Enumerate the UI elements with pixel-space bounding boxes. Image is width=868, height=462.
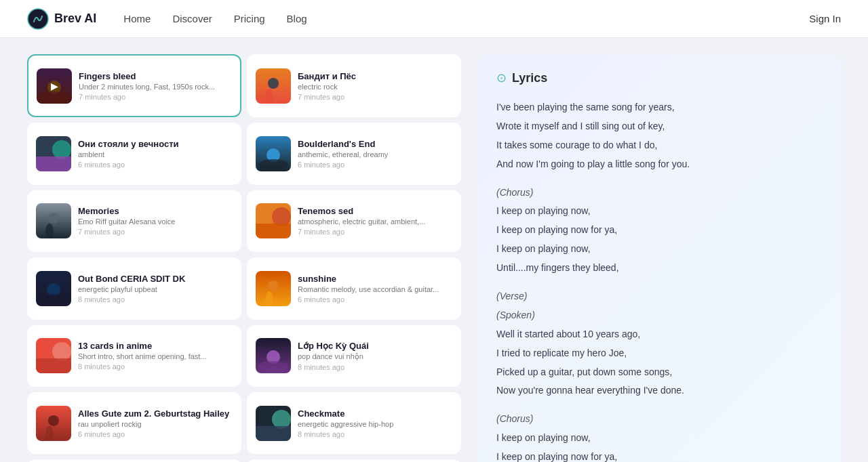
album-art <box>256 203 291 238</box>
lyrics-line: I keep on playing now for ya, <box>496 448 822 462</box>
song-desc: Under 2 minutes long, Fast, 1950s rock..… <box>79 83 232 91</box>
song-card[interactable]: Family Joyhappy, pop, synth7 minutes ago <box>27 459 241 462</box>
lyrics-line: Now you're gonna hear everything I've do… <box>496 382 822 400</box>
song-card[interactable]: Lớp Học Kỳ Quáipop dance vui nhộn8 minut… <box>247 325 461 387</box>
svg-rect-18 <box>256 224 291 238</box>
album-art <box>36 271 71 306</box>
lyrics-label: (Verse) <box>496 288 822 306</box>
nav-links: Home Discover Pricing Blog <box>123 13 809 24</box>
song-title: Lớp Học Kỳ Quái <box>298 341 452 351</box>
song-card[interactable]: Бандит и Пёсelectric rock7 minutes ago <box>247 54 461 117</box>
song-desc: energetic aggressive hip-hop <box>298 420 452 428</box>
album-art <box>36 203 71 238</box>
lyrics-label: (Chorus) <box>496 411 822 428</box>
album-art <box>256 68 291 104</box>
song-list: ▶Fingers bleedUnder 2 minutes long, Fast… <box>27 54 461 462</box>
svg-rect-1 <box>37 68 72 104</box>
song-info: 13 cards in animeShort intro, short anim… <box>78 341 233 371</box>
song-desc: pop dance vui nhộn <box>298 352 452 361</box>
song-title: Checkmate <box>298 408 452 419</box>
svg-point-8 <box>52 140 71 159</box>
song-card[interactable]: Boulderland's Endanthemic, ethereal, dre… <box>247 123 461 184</box>
album-art <box>36 406 71 441</box>
song-info: Checkmateenergetic aggressive hip-hop8 m… <box>298 408 452 438</box>
song-time: 6 minutes ago <box>298 161 452 169</box>
song-time: 7 minutes ago <box>78 228 233 236</box>
svg-point-2 <box>47 81 61 94</box>
nav-discover[interactable]: Discover <box>172 13 212 24</box>
nav-blog[interactable]: Blog <box>287 13 307 24</box>
song-title: Out Bond CERIA SDIT DK <box>78 274 233 284</box>
lyrics-icon: ⊙ <box>496 70 507 85</box>
song-info: Out Bond CERIA SDIT DKenergetic playful … <box>78 274 233 303</box>
song-time: 7 minutes ago <box>298 93 452 101</box>
svg-point-30 <box>258 361 288 372</box>
song-time: 6 minutes ago <box>298 295 452 303</box>
sign-in-button[interactable]: Sign In <box>809 13 841 24</box>
song-info: Fingers bleedUnder 2 minutes long, Fast,… <box>79 71 232 101</box>
lyrics-header: ⊙ Lyrics <box>496 70 822 85</box>
lyrics-line: I've been playing the same song for year… <box>496 99 822 117</box>
album-art <box>256 338 291 373</box>
song-card[interactable]: Checkmateenergetic aggressive hip-hop8 m… <box>247 392 461 454</box>
song-desc: electric rock <box>298 83 452 91</box>
song-card[interactable]: Alles Gute zum 2. Geburtstag Haileyrau u… <box>27 392 241 454</box>
song-title: Boulderland's End <box>298 139 452 149</box>
song-title: Fingers bleed <box>79 71 232 81</box>
svg-point-23 <box>268 280 279 291</box>
svg-point-14 <box>48 213 59 224</box>
song-card[interactable]: Out Bond CERIA SDIT DKenergetic playful … <box>27 257 241 319</box>
lyrics-line: I keep on playing now, <box>496 429 822 447</box>
lyrics-spacer <box>496 175 822 184</box>
song-desc: Romantic melody, use accordian & guitar.… <box>298 285 452 293</box>
song-info: Lớp Học Kỳ Quáipop dance vui nhộn8 minut… <box>298 341 452 371</box>
song-info: Бандит и Пёсelectric rock7 minutes ago <box>298 71 452 101</box>
song-desc: Short intro, short anime opening, fast..… <box>78 352 233 360</box>
album-art <box>256 271 291 306</box>
lyrics-body: I've been playing the same song for year… <box>496 99 822 462</box>
logo-icon <box>27 8 49 30</box>
song-card[interactable]: Primer's paradiseInstrumental hip-hop, l… <box>247 459 461 462</box>
song-card[interactable]: ▶Fingers bleedUnder 2 minutes long, Fast… <box>27 54 241 117</box>
lyrics-line: It takes some courage to do what I do, <box>496 137 822 154</box>
song-time: 6 minutes ago <box>78 430 233 438</box>
song-card[interactable]: Они стояли у вечностиambient6 minutes ag… <box>27 123 241 184</box>
song-desc: atmospheric, electric guitar, ambient,..… <box>298 217 452 226</box>
song-desc: anthemic, ethereal, dreamy <box>298 150 452 159</box>
song-card[interactable]: Tenemos sedatmospheric, electric guitar,… <box>247 190 461 252</box>
logo[interactable]: Brev AI <box>27 8 96 30</box>
song-card[interactable]: sunshineRomantic melody, use accordian &… <box>247 257 461 319</box>
song-card[interactable]: MemoriesEmo Riff guitar Alesana voice7 m… <box>27 190 241 252</box>
svg-point-5 <box>268 78 279 89</box>
lyrics-spacer <box>496 401 822 411</box>
song-desc: energetic playful upbeat <box>78 285 233 293</box>
nav-pricing[interactable]: Pricing <box>234 13 265 24</box>
song-time: 7 minutes ago <box>298 228 452 236</box>
song-time: 8 minutes ago <box>78 362 233 371</box>
album-art <box>256 406 291 441</box>
nav-home[interactable]: Home <box>123 13 151 24</box>
song-title: Tenemos sed <box>298 206 452 216</box>
song-info: Они стояли у вечностиambient6 minutes ag… <box>78 139 233 169</box>
svg-point-26 <box>52 342 71 361</box>
song-time: 7 minutes ago <box>79 93 232 101</box>
album-art <box>256 136 291 171</box>
lyrics-title: Lyrics <box>512 71 547 85</box>
lyrics-line: I keep on playing now, <box>496 240 822 258</box>
song-time: 8 minutes ago <box>298 430 452 438</box>
song-card[interactable]: 13 cards in animeShort intro, short anim… <box>27 325 241 387</box>
svg-point-32 <box>48 415 59 426</box>
play-overlay: ▶ <box>37 68 72 104</box>
svg-point-17 <box>272 207 291 226</box>
song-time: 8 minutes ago <box>78 295 233 303</box>
lyrics-line: Until....my fingers they bleed, <box>496 259 822 277</box>
song-title: Alles Gute zum 2. Geburtstag Hailey <box>78 408 233 419</box>
lyrics-line: Well it started about 10 years ago, <box>496 326 822 343</box>
song-time: 6 minutes ago <box>78 161 233 169</box>
svg-point-35 <box>272 410 291 429</box>
lyrics-line: I keep on playing now for ya, <box>496 222 822 239</box>
song-title: Memories <box>78 206 233 216</box>
lyrics-panel: ⊙ Lyrics I've been playing the same song… <box>477 54 841 462</box>
lyrics-line: Wrote it myself and I still sing out of … <box>496 118 822 135</box>
svg-point-12 <box>258 159 288 170</box>
